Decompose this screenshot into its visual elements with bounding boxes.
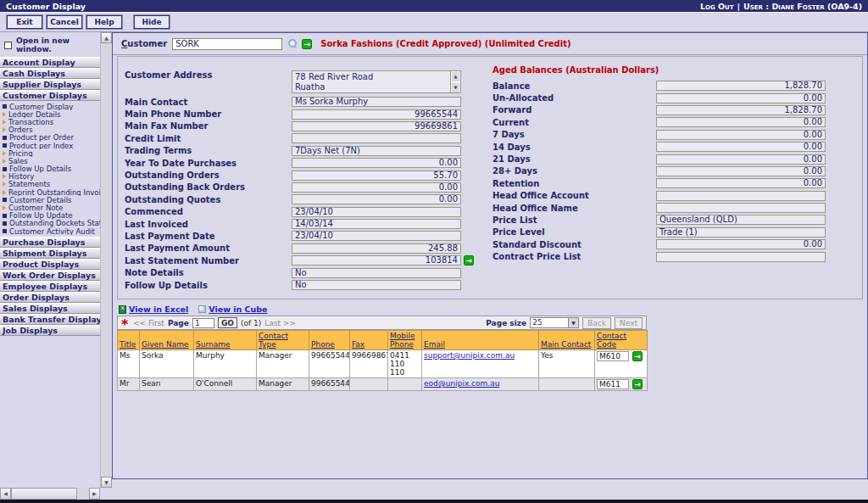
sidebar-item[interactable]: Orders — [3, 126, 100, 134]
go-arrow-icon[interactable] — [302, 39, 312, 49]
sidebar-vertical-scrollbar[interactable]: ▲ ▼ — [100, 32, 112, 488]
column-header[interactable]: Main Contact — [539, 331, 595, 350]
field-value[interactable]: 0.00 — [292, 158, 461, 168]
view-in-cube-link[interactable]: View in Cube — [209, 305, 267, 314]
scroll-left-icon[interactable]: ◀ — [0, 488, 11, 500]
back-button[interactable]: Back — [582, 317, 611, 329]
field-value[interactable]: Ms Sorka Murphy — [292, 97, 461, 107]
column-header[interactable]: Given Name — [140, 331, 194, 350]
view-in-excel-link[interactable]: View in Excel — [129, 305, 188, 314]
sidebar-item[interactable]: Customer Details — [3, 196, 100, 204]
field-value[interactable]: 23/04/10 — [292, 207, 461, 217]
customer-code-input[interactable] — [172, 38, 282, 50]
sidebar-item[interactable]: Outstanding Dockets Status — [3, 220, 100, 227]
field-value[interactable]: 0.00 — [656, 166, 826, 176]
chevron-down-icon[interactable]: ▼ — [568, 318, 578, 327]
scrollbar-thumb[interactable] — [11, 488, 77, 500]
go-button[interactable]: GO — [218, 317, 237, 328]
field-value[interactable]: No — [292, 268, 461, 278]
sidebar-section[interactable]: Job Displays — [0, 325, 100, 336]
scroll-up-icon[interactable]: ▲ — [451, 71, 460, 82]
toolbar-button[interactable]: Hide — [134, 15, 170, 29]
page-number-input[interactable] — [192, 318, 214, 328]
field-value[interactable] — [292, 133, 461, 143]
column-header[interactable]: Contact Code — [595, 331, 648, 350]
sidebar-item[interactable]: Customer Note — [3, 204, 100, 211]
field-value[interactable]: 99665544 — [292, 109, 461, 120]
column-header[interactable]: Surname — [194, 331, 257, 350]
logout-link[interactable]: Log Out — [700, 2, 734, 11]
sidebar-section[interactable]: Supplier Displays — [0, 79, 100, 90]
field-value[interactable]: 0.00 — [656, 130, 826, 140]
go-arrow-icon[interactable] — [632, 379, 643, 389]
field-value[interactable]: 23/04/10 — [292, 231, 461, 241]
field-value[interactable]: 245.88 — [292, 243, 461, 254]
email-link[interactable]: support@unipix.com.au — [424, 351, 515, 360]
sidebar-section-customer-displays[interactable]: Customer Displays — [0, 90, 100, 101]
sidebar-item[interactable]: Product per Index — [3, 142, 100, 149]
view-in-excel[interactable]: View in Excel — [119, 305, 188, 314]
sidebar-item[interactable]: Product per Order — [3, 134, 100, 142]
first-page-link[interactable]: << First — [133, 319, 164, 327]
page-size-select[interactable]: 25 ▼ — [530, 317, 579, 328]
field-value[interactable]: 99669861 — [292, 121, 461, 131]
sidebar-section[interactable]: Order Displays — [0, 292, 100, 303]
field-value[interactable] — [656, 203, 826, 213]
sidebar-section[interactable]: Sales Displays — [0, 303, 100, 314]
address-field[interactable]: 78 Red River Road Ruatha ▲ ▼ — [292, 70, 461, 93]
last-page-link[interactable]: Last >> — [264, 319, 296, 327]
next-button[interactable]: Next — [615, 317, 643, 329]
field-value[interactable]: 7Days Net (7N) — [292, 146, 461, 156]
sidebar-section[interactable]: Product Displays — [0, 259, 100, 270]
sidebar-section[interactable]: Account Display — [0, 57, 100, 68]
field-value[interactable]: 0.00 — [656, 93, 826, 103]
sidebar-section[interactable]: Employee Displays — [0, 281, 100, 292]
column-header[interactable]: Mobile Phone — [388, 331, 422, 350]
field-value[interactable]: 0.00 — [656, 117, 826, 127]
sidebar-section[interactable]: Shipment Displays — [0, 248, 100, 259]
sidebar-section[interactable]: Work Order Displays — [0, 270, 100, 281]
field-value[interactable] — [656, 191, 826, 201]
go-arrow-icon[interactable] — [632, 351, 643, 361]
search-icon[interactable] — [287, 39, 297, 48]
field-value[interactable]: Queensland (QLD) — [656, 215, 826, 225]
field-value[interactable]: 0.00 — [656, 239, 826, 249]
sidebar-item[interactable]: Statements — [3, 181, 100, 188]
scroll-right-icon[interactable]: ▶ — [89, 488, 100, 500]
field-value[interactable] — [656, 252, 826, 262]
toolbar-button[interactable]: Cancel — [47, 15, 82, 29]
sidebar-item[interactable]: Customer Display — [3, 103, 100, 110]
field-value[interactable]: 0.00 — [656, 154, 826, 165]
email-link[interactable]: eod@unipix.com.au — [424, 379, 499, 388]
go-arrow-icon[interactable] — [464, 255, 474, 265]
column-header[interactable]: Contact Type — [257, 331, 309, 350]
field-value[interactable]: 55.70 — [292, 170, 461, 181]
field-value[interactable]: 0.00 — [292, 182, 461, 193]
sidebar-item[interactable]: Ledger Details — [3, 110, 100, 118]
field-value[interactable]: Trade (1) — [656, 227, 826, 238]
scroll-down-icon[interactable]: ▼ — [101, 477, 112, 488]
field-value[interactable]: 0.00 — [656, 178, 826, 188]
sidebar-horizontal-scrollbar[interactable]: ◀ ▶ — [0, 488, 100, 500]
scroll-up-icon[interactable]: ▲ — [101, 32, 112, 43]
sidebar-item[interactable]: Follow Up Details — [3, 165, 100, 173]
scrollbar-track[interactable] — [77, 488, 89, 500]
field-value[interactable]: No — [292, 280, 461, 290]
sidebar-section[interactable]: Bank Transfer Displays — [0, 314, 100, 325]
sidebar-item[interactable]: Transactions — [3, 118, 100, 126]
column-header[interactable]: Title — [118, 331, 140, 350]
sidebar-section[interactable]: Purchase Displays — [0, 237, 100, 248]
sidebar-item[interactable]: Follow Up Update — [3, 212, 100, 220]
scroll-down-icon[interactable]: ▼ — [451, 82, 460, 93]
sidebar-item[interactable]: Sales — [3, 157, 100, 165]
toolbar-button[interactable]: Help — [86, 15, 122, 29]
field-value[interactable]: 1,828.70 — [656, 105, 826, 115]
toolbar-button[interactable]: Exit — [7, 15, 42, 29]
sidebar-item[interactable]: History — [3, 173, 100, 181]
column-header[interactable]: Fax — [350, 331, 388, 350]
field-value[interactable]: 0.00 — [292, 194, 461, 204]
open-new-window-checkbox[interactable] — [4, 42, 12, 49]
field-value[interactable]: 14/03/14 — [292, 219, 461, 229]
field-value[interactable]: 103814 — [292, 255, 461, 265]
column-header[interactable]: Phone — [309, 331, 350, 350]
